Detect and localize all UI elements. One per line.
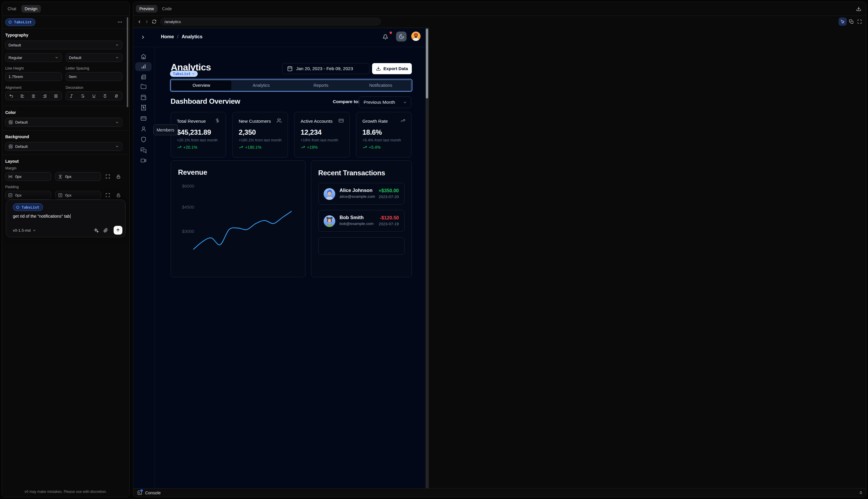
selected-component-chip[interactable]: TabsList [5, 19, 35, 26]
chevron-down-icon [115, 144, 119, 148]
sidebar-item-home[interactable] [135, 52, 152, 61]
attach-file-button[interactable] [103, 228, 108, 233]
breadcrumb-home[interactable]: Home [161, 34, 174, 39]
sidebar-item-video[interactable] [135, 156, 152, 165]
italic-button[interactable] [69, 94, 74, 98]
sidebar-toggle-button[interactable] [140, 35, 146, 40]
reset-alignment-button[interactable] [9, 94, 13, 98]
left-panel-scrollbar[interactable] [127, 17, 128, 107]
decoration-label: Decoration [66, 86, 122, 90]
prompt-component-chip[interactable]: TabsList [13, 203, 43, 211]
margin-label: Margin [5, 166, 122, 170]
background-select[interactable]: Default [5, 142, 122, 151]
align-center-button[interactable] [31, 94, 36, 98]
font-family-select[interactable]: Default [5, 40, 122, 49]
send-button[interactable] [114, 226, 122, 235]
overline-button[interactable] [103, 94, 107, 98]
tab-design[interactable]: Design [21, 5, 41, 13]
align-right-button[interactable] [42, 94, 47, 98]
align-left-button[interactable] [20, 94, 25, 98]
url-input[interactable]: /analytics [160, 18, 381, 25]
trending-up-icon [300, 145, 305, 149]
font-weight-select[interactable]: Regular [5, 53, 62, 62]
theme-toggle-button[interactable] [396, 32, 407, 41]
bell-icon [383, 34, 388, 40]
tab-reports[interactable]: Reports [291, 81, 351, 90]
alignment-label: Alignment [5, 86, 62, 90]
margin-lock-button[interactable] [116, 174, 121, 179]
tab-notifications[interactable]: Notifications [351, 81, 411, 90]
chevron-down-icon [115, 43, 119, 47]
avatar-alice [324, 188, 335, 200]
chat-prompt-box[interactable]: TabsList get rid of the "notifications" … [6, 199, 126, 237]
transaction-row[interactable]: Bob Smith bob@example.com -$120.50 2023-… [318, 210, 405, 232]
strikethrough-button[interactable] [80, 94, 85, 98]
letter-spacing-input[interactable]: 0em [66, 72, 122, 81]
italic-icon [69, 94, 74, 98]
font-size-select[interactable]: Default [66, 53, 122, 62]
sidebar-item-members[interactable] [135, 124, 152, 133]
compare-select[interactable]: Previous Month [359, 96, 411, 108]
sidebar-item-security[interactable] [135, 135, 152, 144]
paperclip-icon [103, 228, 108, 233]
sidebar-item-cards[interactable] [135, 114, 152, 123]
padding-lock-button[interactable] [116, 193, 121, 197]
wallet-icon [140, 94, 147, 100]
preview-scrollbar-thumb[interactable] [426, 29, 428, 98]
margin-y-input[interactable]: 0px [55, 172, 101, 181]
stat-card-new-customers: New Customers 2,350 +180.1% from last mo… [232, 112, 288, 157]
selection-label-chip[interactable]: TabsList [170, 71, 198, 77]
expand-icon [106, 174, 110, 179]
lock-icon [116, 174, 121, 179]
right-panel-tabs: Preview Code [133, 2, 434, 16]
transaction-amount: -$120.50 [379, 215, 399, 221]
sidebar-item-billing[interactable] [135, 103, 152, 112]
avatar-bob [324, 215, 335, 227]
sidebar-item-files[interactable] [135, 82, 152, 91]
refresh-button[interactable] [150, 18, 158, 25]
model-select[interactable]: v0-1.5-md [13, 228, 36, 233]
tab-overview[interactable]: Overview [171, 81, 231, 90]
user-avatar[interactable] [411, 32, 421, 41]
margin-x-input[interactable]: 0px [5, 172, 51, 181]
transparent-swatch [9, 120, 13, 124]
margin-expand-button[interactable] [106, 174, 110, 179]
prompt-input[interactable]: get rid of the "notifications" tab [13, 214, 122, 219]
export-data-button[interactable]: Export Data [372, 63, 412, 74]
transparent-swatch [9, 144, 13, 149]
preview-viewport: Home / Analytics [133, 28, 429, 250]
tab-preview[interactable]: Preview [136, 5, 158, 13]
padding-expand-button[interactable] [106, 193, 110, 197]
sidebar-tooltip: Members [153, 124, 178, 135]
tab-code[interactable]: Code [162, 7, 172, 11]
padding-x-input[interactable]: 0px [5, 191, 51, 199]
line-height-input[interactable]: 1.75rem [5, 72, 62, 81]
notifications-button[interactable] [383, 34, 388, 40]
transaction-row[interactable] [318, 237, 405, 250]
breadcrumb-current: Analytics [182, 34, 202, 39]
transaction-row[interactable]: Alice Johnson alice@example.com +$350.00… [318, 183, 405, 205]
tab-analytics[interactable]: Analytics [231, 81, 291, 90]
sidebar-item-messages[interactable] [135, 146, 152, 155]
forward-button[interactable] [143, 18, 150, 25]
video-icon [140, 157, 147, 163]
tab-chat[interactable]: Chat [8, 7, 16, 11]
no-decoration-button[interactable] [114, 94, 119, 98]
padding-y-input[interactable]: 0px [55, 191, 101, 199]
date-range-picker[interactable]: Jan 20, 2023 - Feb 09, 2023 [282, 63, 370, 74]
underline-button[interactable] [92, 94, 96, 98]
preview-scrollbar[interactable] [425, 28, 429, 250]
back-button[interactable] [136, 18, 143, 25]
align-justify-button[interactable] [54, 94, 58, 98]
enhance-prompt-button[interactable] [94, 228, 99, 233]
sidebar-item-wallet[interactable] [135, 93, 152, 102]
more-options-button[interactable] [117, 20, 122, 25]
receipt-icon [140, 105, 147, 111]
sidebar-item-reports[interactable] [135, 73, 152, 82]
folder-icon [140, 84, 147, 90]
color-select[interactable]: Default [5, 118, 122, 127]
browser-toolbar: /analytics [133, 16, 434, 27]
moon-icon [399, 34, 404, 39]
sidebar-item-analytics[interactable] [135, 62, 152, 71]
sparkles-icon [94, 228, 99, 233]
